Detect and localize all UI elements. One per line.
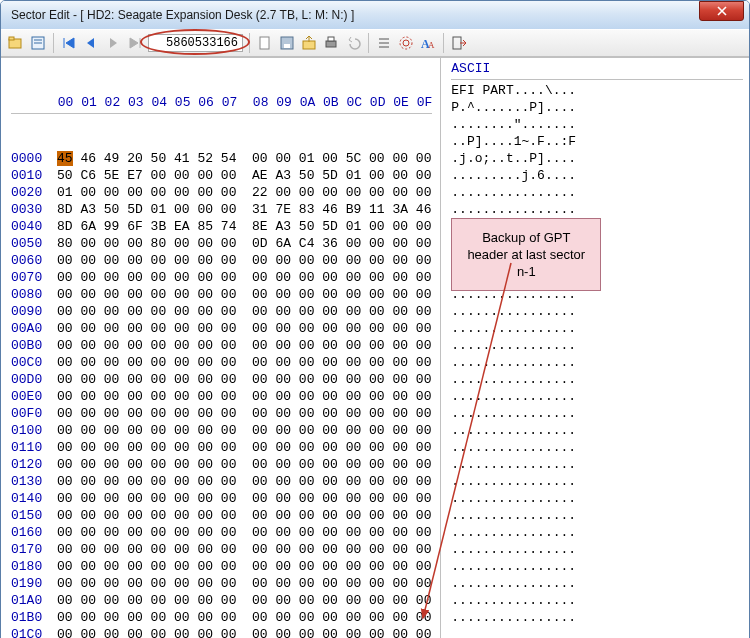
ascii-row[interactable]: ................ [451, 456, 743, 473]
prev-icon[interactable] [82, 34, 100, 52]
ascii-row[interactable]: ..P]....1~.F..:F [451, 133, 743, 150]
close-button[interactable] [699, 1, 744, 21]
ascii-row[interactable]: ................ [451, 371, 743, 388]
svg-rect-18 [453, 37, 461, 49]
ascii-row[interactable]: ................ [451, 388, 743, 405]
ascii-row[interactable]: ................ [451, 575, 743, 592]
hex-pane[interactable]: 00 01 02 03 04 05 06 07 08 09 0A 0B 0C 0… [1, 58, 432, 638]
ascii-row[interactable]: ................ [451, 439, 743, 456]
hex-row[interactable]: 00B000 00 00 00 00 00 00 00 00 00 00 00 … [11, 337, 432, 354]
hex-row[interactable]: 013000 00 00 00 00 00 00 00 00 00 00 00 … [11, 473, 432, 490]
annotation-callout: Backup of GPT header at last sector n-1 [451, 218, 601, 291]
open-icon[interactable] [7, 34, 25, 52]
svg-rect-9 [326, 41, 336, 47]
hex-row[interactable]: 014000 00 00 00 00 00 00 00 00 00 00 00 … [11, 490, 432, 507]
ascii-row[interactable]: ................ [451, 507, 743, 524]
save-icon[interactable] [278, 34, 296, 52]
ascii-header: ASCII [451, 60, 743, 80]
exit-icon[interactable] [450, 34, 468, 52]
svg-rect-10 [328, 37, 334, 41]
separator [443, 33, 444, 53]
ascii-row[interactable]: ................ [451, 592, 743, 609]
hex-row[interactable]: 002001 00 00 00 00 00 00 00 22 00 00 00 … [11, 184, 432, 201]
hex-row[interactable]: 018000 00 00 00 00 00 00 00 00 00 00 00 … [11, 558, 432, 575]
hex-row[interactable]: 015000 00 00 00 00 00 00 00 00 00 00 00 … [11, 507, 432, 524]
ascii-row[interactable]: ........"....... [451, 116, 743, 133]
ascii-row[interactable]: ................ [451, 303, 743, 320]
hex-row[interactable]: 00D000 00 00 00 00 00 00 00 00 00 00 00 … [11, 371, 432, 388]
hex-row[interactable]: 00A000 00 00 00 00 00 00 00 00 00 00 00 … [11, 320, 432, 337]
hex-row[interactable]: 011000 00 00 00 00 00 00 00 00 00 00 00 … [11, 439, 432, 456]
ascii-row[interactable]: ................ [451, 558, 743, 575]
ascii-row[interactable]: ................ [451, 320, 743, 337]
svg-text:A: A [428, 40, 435, 50]
font-icon[interactable]: AA [419, 34, 437, 52]
hex-row[interactable]: 012000 00 00 00 00 00 00 00 00 00 00 00 … [11, 456, 432, 473]
hex-row[interactable]: 008000 00 00 00 00 00 00 00 00 00 00 00 … [11, 286, 432, 303]
hex-row[interactable]: 009000 00 00 00 00 00 00 00 00 00 00 00 … [11, 303, 432, 320]
hex-row[interactable]: 00E000 00 00 00 00 00 00 00 00 00 00 00 … [11, 388, 432, 405]
separator [53, 33, 54, 53]
list-icon[interactable] [375, 34, 393, 52]
hex-row[interactable]: 00408D 6A 99 6F 3B EA 85 74 8E A3 50 5D … [11, 218, 432, 235]
separator [249, 33, 250, 53]
svg-rect-1 [9, 37, 14, 40]
ascii-row[interactable]: ................ [451, 405, 743, 422]
separator [368, 33, 369, 53]
ascii-row[interactable]: ................ [451, 609, 743, 626]
hex-row[interactable]: 01A000 00 00 00 00 00 00 00 00 00 00 00 … [11, 592, 432, 609]
hex-row[interactable]: 005080 00 00 00 80 00 00 00 0D 6A C4 36 … [11, 235, 432, 252]
ascii-row[interactable]: ................ [451, 354, 743, 371]
hex-row[interactable]: 017000 00 00 00 00 00 00 00 00 00 00 00 … [11, 541, 432, 558]
ascii-row[interactable]: .........j.6.... [451, 167, 743, 184]
export-icon[interactable] [300, 34, 318, 52]
ascii-row[interactable]: ................ [451, 524, 743, 541]
ascii-row[interactable]: ................ [451, 184, 743, 201]
print-icon[interactable] [322, 34, 340, 52]
ascii-row[interactable]: ................ [451, 201, 743, 218]
titlebar[interactable]: Sector Edit - [ HD2: Seagate Expansion D… [1, 1, 749, 29]
hex-row[interactable]: 00C000 00 00 00 00 00 00 00 00 00 00 00 … [11, 354, 432, 371]
new-icon[interactable] [256, 34, 274, 52]
hex-row[interactable]: 007000 00 00 00 00 00 00 00 00 00 00 00 … [11, 269, 432, 286]
toolbar: AA [1, 29, 749, 57]
sector-input-wrap [148, 34, 243, 52]
hex-row[interactable]: 006000 00 00 00 00 00 00 00 00 00 00 00 … [11, 252, 432, 269]
last-icon[interactable] [126, 34, 144, 52]
settings-icon[interactable] [397, 34, 415, 52]
ascii-row[interactable]: .j.o;..t..P].... [451, 150, 743, 167]
hex-row[interactable]: 00308D A3 50 5D 01 00 00 00 31 7E 83 46 … [11, 201, 432, 218]
window-title: Sector Edit - [ HD2: Seagate Expansion D… [11, 8, 354, 22]
ascii-row[interactable]: ................ [451, 337, 743, 354]
ascii-pane[interactable]: ASCII EFI PART....\...P.^.......P]......… [440, 58, 749, 638]
hex-row[interactable]: 01C000 00 00 00 00 00 00 00 00 00 00 00 … [11, 626, 432, 638]
close-icon [717, 6, 727, 16]
ascii-row[interactable]: P.^.......P].... [451, 99, 743, 116]
hex-row[interactable]: 001050 C6 5E E7 00 00 00 00 AE A3 50 5D … [11, 167, 432, 184]
sector-input[interactable] [148, 34, 243, 52]
ascii-row[interactable]: ................ [451, 473, 743, 490]
hex-row[interactable]: 00F000 00 00 00 00 00 00 00 00 00 00 00 … [11, 405, 432, 422]
svg-point-15 [400, 37, 412, 49]
hex-row[interactable]: 010000 00 00 00 00 00 00 00 00 00 00 00 … [11, 422, 432, 439]
hex-row[interactable]: 016000 00 00 00 00 00 00 00 00 00 00 00 … [11, 524, 432, 541]
properties-icon[interactable] [29, 34, 47, 52]
app-window: Sector Edit - [ HD2: Seagate Expansion D… [0, 0, 750, 638]
svg-rect-5 [260, 37, 269, 49]
svg-rect-8 [303, 41, 315, 49]
hex-row[interactable]: 000045 46 49 20 50 41 52 54 00 00 01 00 … [11, 150, 432, 167]
hex-row[interactable]: 01B000 00 00 00 00 00 00 00 00 00 00 00 … [11, 609, 432, 626]
hex-column-header: 00 01 02 03 04 05 06 07 08 09 0A 0B 0C 0… [11, 94, 432, 114]
ascii-row[interactable]: ................ [451, 541, 743, 558]
hex-row[interactable]: 019000 00 00 00 00 00 00 00 00 00 00 00 … [11, 575, 432, 592]
ascii-row[interactable]: EFI PART....\... [451, 82, 743, 99]
undo-icon[interactable] [344, 34, 362, 52]
svg-rect-7 [284, 44, 290, 48]
content-area: 00 01 02 03 04 05 06 07 08 09 0A 0B 0C 0… [1, 57, 749, 638]
ascii-row[interactable]: ................ [451, 490, 743, 507]
svg-point-14 [403, 40, 409, 46]
ascii-row[interactable]: ................ [451, 422, 743, 439]
first-icon[interactable] [60, 34, 78, 52]
next-icon[interactable] [104, 34, 122, 52]
